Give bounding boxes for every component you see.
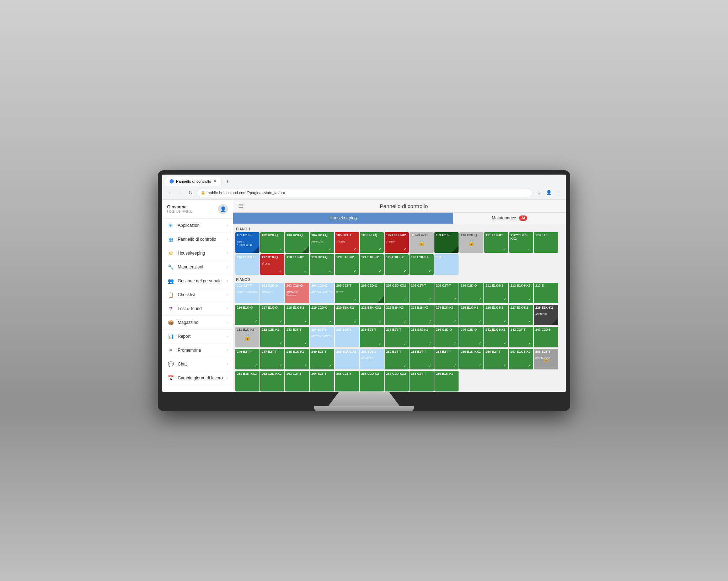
room-247[interactable]: 247 B2T-T ✓ <box>260 349 284 369</box>
room-203[interactable]: 203 C2D-Q ARMADIOFermata <box>285 283 309 303</box>
room-231[interactable]: 231 E1K-K2 🔒 <box>235 327 259 347</box>
room-199[interactable]: 199 <box>434 254 459 275</box>
room-225[interactable]: 225 E1K-K2 ✓ <box>459 305 483 325</box>
sidebar-item-gestione[interactable]: 👥 Gestione del personale › <box>162 274 233 288</box>
room-220[interactable]: 220 E1K-K2 ✓ <box>335 305 359 325</box>
room-112[interactable]: 112*** B1K-KX2 ✓ <box>509 232 533 253</box>
sidebar-item-report[interactable]: 📊 Report › <box>162 330 233 343</box>
room-262[interactable]: 262 C2D-KX2 <box>260 371 284 391</box>
room-265[interactable]: 265 C2T-T <box>335 371 359 391</box>
bookmark-button[interactable]: ☆ <box>535 188 543 197</box>
menu-button[interactable]: ⋮ <box>555 188 563 197</box>
room-261[interactable]: 261 B1K-KX2 <box>235 371 259 391</box>
room-266[interactable]: 266 C2D-K2 <box>360 371 384 391</box>
room-118[interactable]: 118 E1K-K2 ✓ <box>285 254 309 275</box>
room-120[interactable]: 120 E1K-K2 ✓ <box>335 254 359 275</box>
room-254[interactable]: 254 B2T-T ✓ <box>434 349 459 369</box>
room-107[interactable]: 107 C2D-KX2 3° Letto ✓ <box>385 232 409 253</box>
address-bar[interactable]: 🔒 mobile.hoidacloud.com/?pagina=stato_la… <box>197 188 532 197</box>
room-249[interactable]: 249 B2T-T ✓ <box>310 349 334 369</box>
room-122[interactable]: 122 E1K-K2 ✓ <box>385 254 409 275</box>
room-102[interactable]: 102 C2D-Q ✓ <box>260 232 284 253</box>
room-213[interactable]: 213 E <box>534 283 558 303</box>
room-117[interactable]: 117 B1K-Q 3° Letto ✓ <box>260 254 284 275</box>
room-226[interactable]: 226 E1K-K2 ✓ <box>484 305 508 325</box>
room-217[interactable]: 217 E1K-Q ✓ <box>260 305 284 325</box>
sidebar-item-magazzino[interactable]: 📦 Magazzino › <box>162 316 233 330</box>
room-104[interactable]: 104 C2D-Q ARMADIO ✓ <box>310 232 334 253</box>
room-108[interactable]: 📋 108 C2T-T 🔒 <box>410 232 434 253</box>
sidebar-item-chat[interactable]: 💬 Chat › <box>162 357 233 371</box>
room-216[interactable]: 216 E1K-Q ✓ <box>235 305 259 325</box>
room-202[interactable]: 202 C2D-Q ARMADIO <box>260 283 284 303</box>
room-242[interactable]: 242 C2T-T ✓ <box>509 327 533 347</box>
room-240[interactable]: 240 C2D-Q ✓ <box>459 327 483 347</box>
room-208[interactable]: 208 C2T-T ✓ <box>410 283 434 303</box>
room-250[interactable]: 250 B1K-KX2 <box>335 349 359 369</box>
room-207[interactable]: 207 C2D-KX2 ✓ <box>385 283 409 303</box>
room-105[interactable]: 105 C2T-T 3° Letto ✓ <box>335 232 359 253</box>
avatar[interactable]: 👤 <box>218 204 228 214</box>
room-206[interactable]: 206 C2D-Q ✓ <box>360 283 384 303</box>
room-222[interactable]: 222 E1K-K2 ✓ <box>385 305 409 325</box>
tab-close-button[interactable]: ✕ <box>213 179 217 184</box>
sidebar-item-cambia[interactable]: 📅 Cambia giorno di lavoro › <box>162 371 233 385</box>
room-252[interactable]: 252 B2T-T ✓ <box>385 349 409 369</box>
room-210[interactable]: 210 C2D-Q ✓ <box>459 283 483 303</box>
room-113[interactable]: 113 E1K <box>534 232 558 253</box>
room-121[interactable]: 121 E1K-K2 ✓ <box>360 254 384 275</box>
room-236[interactable]: 236 B2T-T ✓ <box>360 327 384 347</box>
room-224[interactable]: 224 E1K-K2 ✓ <box>434 305 459 325</box>
sidebar-item-checklist[interactable]: 📋 Checklist › <box>162 288 233 302</box>
new-tab-button[interactable]: + <box>223 177 232 186</box>
room-251[interactable]: 251 B2T-T ARMADIO <box>360 349 384 369</box>
room-223[interactable]: 223 E1K-K2 ✓ <box>410 305 434 325</box>
room-109[interactable]: 109 C2T-T <box>434 232 459 253</box>
sidebar-item-manutenzioni[interactable]: 🔧 Manutenzioni › <box>162 260 233 274</box>
back-button[interactable]: ‹ <box>165 188 173 197</box>
room-269[interactable]: 269 E1K-K2 <box>434 371 459 391</box>
room-267[interactable]: 267 C2D-KX2 <box>385 371 409 391</box>
room-253[interactable]: 253 B2T-T ✓ <box>410 349 434 369</box>
reload-button[interactable]: ↻ <box>186 188 195 197</box>
browser-tab[interactable]: Pannello di controllo ✕ <box>165 177 221 186</box>
room-256[interactable]: 256 B2T-T ✓ <box>484 349 508 369</box>
room-263[interactable]: 263 C2T-T <box>285 371 309 391</box>
forward-button[interactable]: › <box>176 188 184 197</box>
room-239[interactable]: 239 C2D-Q ✓ <box>434 327 459 347</box>
room-211[interactable]: 211 E1K-K2 ✓ <box>484 283 508 303</box>
room-235[interactable]: 235 B2T-T <box>335 327 359 347</box>
room-110[interactable]: 110 C2D-Q 🔒 <box>459 232 483 253</box>
room-234[interactable]: 234 E2T-T ARREDI CAMERA <box>310 327 334 347</box>
hamburger-button[interactable]: ☰ <box>238 203 243 209</box>
room-246[interactable]: 246 B2T-T ✓ <box>235 349 259 369</box>
room-221[interactable]: 221 E1K-KX2 ✓ <box>360 305 384 325</box>
room-228[interactable]: 228 E1K-K2 ARMADIO <box>534 305 558 325</box>
room-248[interactable]: 248 B1K-K2 ✓ <box>285 349 309 369</box>
room-264[interactable]: 264 B2T-T <box>310 371 334 391</box>
room-201[interactable]: 201 C2T-T ARREDI CAMERA <box>235 283 259 303</box>
tab-maintenance[interactable]: Maintenance 34 <box>453 213 566 224</box>
room-101[interactable]: 101 C2T-T BIDET≡ Piano 1(+1) <box>235 232 259 253</box>
sidebar-item-applicazioni[interactable]: ⊞ Applicazioni › <box>162 219 233 233</box>
room-257[interactable]: 257 B1K-KX2 ✓ <box>509 349 533 369</box>
room-205[interactable]: 205 C2T-T BIDET ✓ <box>335 283 359 303</box>
sidebar-item-housekeeping[interactable]: ⚙ Housekeeping › <box>162 246 233 260</box>
room-212[interactable]: 212 B1K-KX2 ✓ <box>509 283 533 303</box>
room-204[interactable]: 204 C2D-Q ARREDI CAMERA <box>310 283 334 303</box>
room-218[interactable]: 218 E1K-K2 ✓ <box>285 305 309 325</box>
room-219[interactable]: 219 C2D-Q ✓ <box>310 305 334 325</box>
room-255[interactable]: 255 B1K-KX2 ✓ <box>459 349 483 369</box>
sidebar-item-pannello[interactable]: ▦ Pannello di controllo › <box>162 233 233 246</box>
room-232[interactable]: 232 C2D-K2 ✓ <box>260 327 284 347</box>
room-243[interactable]: 243 C2D-K <box>534 327 558 347</box>
room-106[interactable]: 106 C2D-Q ✓ <box>360 232 384 253</box>
room-237[interactable]: 237 B2T-T ✓ <box>385 327 409 347</box>
room-233[interactable]: 233 E2T-T ✓ <box>285 327 309 347</box>
room-209[interactable]: 209 C2T-T ✓ <box>434 283 459 303</box>
profile-button[interactable]: 👤 <box>545 188 553 197</box>
sidebar-item-lost[interactable]: ? Lost & found › <box>162 302 233 316</box>
room-103[interactable]: 103 C2D-Q ✓ <box>285 232 309 253</box>
room-241[interactable]: 241 E1K-KX2 ✓ <box>484 327 508 347</box>
room-268[interactable]: 268 C2T-T <box>410 371 434 391</box>
